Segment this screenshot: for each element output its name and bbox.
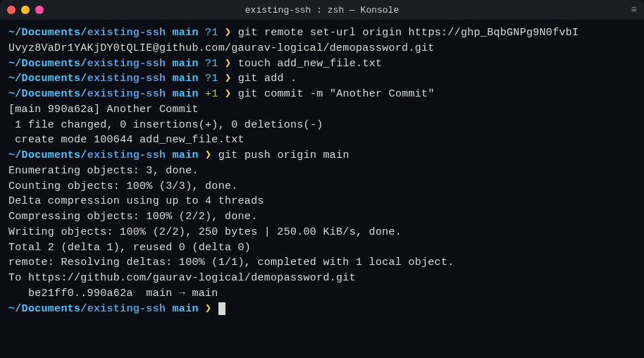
prompt-line: ~/Documents/existing-ssh main ❯ git push… bbox=[8, 148, 636, 163]
close-icon[interactable] bbox=[7, 6, 16, 14]
output-line: Counting objects: 100% (3/3), done. bbox=[8, 179, 636, 195]
output-line: be21ff0..990a62a main → main bbox=[8, 286, 636, 302]
hamburger-icon[interactable]: ≡ bbox=[631, 4, 637, 16]
prompt-line: ~/Documents/existing-ssh main ?1 ❯ git a… bbox=[8, 71, 636, 87]
output-line: create mode 100644 add_new_file.txt bbox=[8, 132, 636, 148]
titlebar: existing-ssh : zsh — Konsole ≡ bbox=[0, 0, 644, 20]
minimize-icon[interactable] bbox=[21, 6, 30, 14]
output-line: Delta compression using up to 4 threads bbox=[8, 194, 636, 209]
command-text: git add . bbox=[238, 73, 297, 85]
output-line: Compressing objects: 100% (2/2), done. bbox=[8, 209, 636, 225]
terminal-body[interactable]: ~/Documents/existing-ssh main ?1 ❯ git r… bbox=[0, 20, 644, 358]
command-text: touch add_new_file.txt bbox=[238, 58, 383, 70]
prompt-branch: main bbox=[173, 27, 199, 39]
command-continuation: Uvyz8VaDr1YAKjDY0tQLIE@github.com/gaurav… bbox=[8, 41, 636, 56]
output-line: 1 file changed, 0 insertions(+), 0 delet… bbox=[8, 118, 636, 133]
traffic-lights bbox=[7, 6, 44, 14]
prompt-line: ~/Documents/existing-ssh main +1 ❯ git c… bbox=[8, 87, 636, 102]
output-line: remote: Resolving deltas: 100% (1/1), co… bbox=[8, 255, 636, 271]
window-title: existing-ssh : zsh — Konsole bbox=[245, 5, 399, 16]
maximize-icon[interactable] bbox=[35, 6, 44, 14]
prompt-arrow: ❯ bbox=[225, 27, 231, 39]
output-line: [main 990a62a] Another Commit bbox=[8, 102, 636, 118]
prompt-line: ~/Documents/existing-ssh main ?1 ❯ git r… bbox=[8, 25, 636, 41]
cursor-icon bbox=[218, 302, 225, 315]
prompt-line: ~/Documents/existing-ssh main ?1 ❯ touch… bbox=[8, 56, 636, 72]
output-line: Writing objects: 100% (2/2), 250 bytes |… bbox=[8, 225, 636, 240]
prompt-path: ~/Documents/ bbox=[8, 27, 87, 39]
command-text: git commit -m "Another Commit" bbox=[238, 88, 435, 100]
prompt-status: ?1 bbox=[205, 27, 218, 39]
prompt-line-active: ~/Documents/existing-ssh main ❯ bbox=[8, 302, 636, 317]
prompt-dir: existing-ssh bbox=[87, 27, 166, 39]
output-line: Enumerating objects: 3, done. bbox=[8, 163, 636, 179]
terminal-window: existing-ssh : zsh — Konsole ≡ ~/Documen… bbox=[0, 0, 644, 358]
command-text: git remote set-url origin https://ghp_Bq… bbox=[238, 27, 579, 39]
prompt-staged: +1 bbox=[205, 88, 218, 100]
output-line: To https://github.com/gaurav-logical/dem… bbox=[8, 271, 636, 286]
command-text: git push origin main bbox=[218, 149, 349, 161]
output-line: Total 2 (delta 1), reused 0 (delta 0) bbox=[8, 240, 636, 256]
